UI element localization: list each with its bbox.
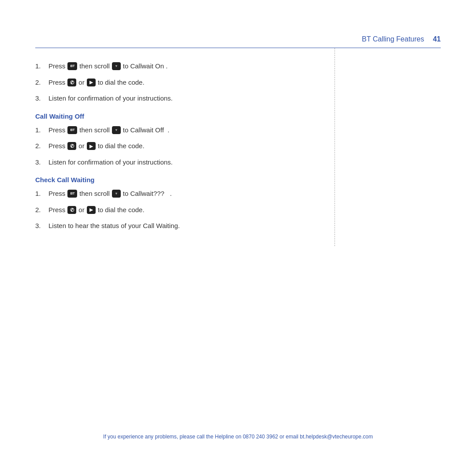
- dial-code-label: to dial the code.: [98, 78, 145, 88]
- or-label: or: [78, 78, 84, 88]
- press-label: Press: [48, 141, 65, 151]
- step-text: Press ✆ or ▶ to dial the code.: [48, 78, 145, 88]
- bt-button-icon: BT: [67, 190, 77, 198]
- then-scroll-label: then scroll: [79, 125, 109, 135]
- then-scroll-label: then scroll: [79, 189, 109, 199]
- to-callwait-check-label: to Callwait??? .: [123, 189, 172, 199]
- step-number: 3.: [35, 157, 48, 168]
- step-text: Press ✆ or ▶ to dial the code.: [48, 141, 145, 151]
- phone-icon: ✆: [67, 142, 76, 150]
- step-text: Press ✆ or ▶ to dial the code.: [48, 205, 145, 215]
- step-text: Listen for confirmation of your instruct…: [48, 94, 173, 104]
- footer: If you experience any problems, please c…: [0, 434, 476, 440]
- press-label: Press: [48, 61, 65, 71]
- bt-button-icon: BT: [67, 126, 77, 134]
- then-scroll-label: then scroll: [79, 61, 109, 71]
- phone-icon: ✆: [67, 206, 76, 214]
- step-number: 1.: [35, 61, 48, 71]
- main-content: 1. Press BT then scroll ▿ to Callwait On…: [35, 48, 335, 246]
- step-number: 2.: [35, 78, 48, 88]
- step-text: Listen for confirmation of your instruct…: [48, 157, 173, 168]
- step-1-1: 1. Press BT then scroll ▿ to Callwait On…: [35, 61, 317, 71]
- phone-icon: ✆: [67, 79, 76, 86]
- press-label: Press: [48, 189, 65, 199]
- step-number: 1.: [35, 189, 48, 199]
- step-number: 2.: [35, 141, 48, 151]
- section-callwait-off: Call Waiting Off 1. Press BT then scroll…: [35, 112, 317, 168]
- play-icon: ▶: [87, 79, 96, 86]
- bt-button-icon: BT: [67, 62, 77, 70]
- side-content: [335, 48, 441, 246]
- press-label: Press: [48, 78, 65, 88]
- step-number: 3.: [35, 94, 48, 104]
- section-check-callwait: Check Call Waiting 1. Press BT then scro…: [35, 176, 317, 231]
- scroll-icon: ▿: [112, 190, 121, 198]
- step-text: Press BT then scroll ▿ to Callwait??? .: [48, 189, 172, 199]
- step-2-1: 1. Press BT then scroll ▿ to Callwait Of…: [35, 125, 317, 135]
- press-label: Press: [48, 125, 65, 135]
- to-callwait-on-label: to Callwait On .: [123, 61, 168, 71]
- or-label: or: [78, 205, 84, 215]
- footer-text: If you experience any problems, please c…: [103, 434, 373, 440]
- step-text: Listen to hear the status of your Call W…: [48, 221, 180, 231]
- play-icon: ▶: [87, 142, 96, 150]
- step-1-2: 2. Press ✆ or ▶ to dial the code.: [35, 78, 317, 88]
- dial-code-label: to dial the code.: [98, 205, 145, 215]
- dial-code-label: to dial the code.: [98, 141, 145, 151]
- to-callwait-off-label: to Callwait Off .: [123, 125, 170, 135]
- step-3-1: 1. Press BT then scroll ▿ to Callwait???…: [35, 189, 317, 199]
- or-label: or: [78, 141, 84, 151]
- step-number: 3.: [35, 221, 48, 231]
- scroll-icon: ▿: [112, 62, 121, 70]
- page-container: BT Calling Features 41 1. Press BT then …: [0, 0, 476, 453]
- header-title: BT Calling Features: [362, 35, 424, 43]
- step-3-2: 2. Press ✆ or ▶ to dial the code.: [35, 205, 317, 215]
- step-text: Press BT then scroll ▿ to Callwait Off .: [48, 125, 169, 135]
- section-callwait-on: 1. Press BT then scroll ▿ to Callwait On…: [35, 61, 317, 104]
- step-text: Press BT then scroll ▿ to Callwait On .: [48, 61, 167, 71]
- scroll-icon: ▿: [112, 126, 121, 134]
- step-number: 2.: [35, 205, 48, 215]
- check-callwait-heading: Check Call Waiting: [35, 176, 317, 183]
- play-icon: ▶: [87, 206, 96, 214]
- header-area: BT Calling Features 41: [0, 0, 476, 48]
- press-label: Press: [48, 205, 65, 215]
- callwait-off-steps: 1. Press BT then scroll ▿ to Callwait Of…: [35, 125, 317, 168]
- page-number: 41: [433, 35, 441, 43]
- step-1-3: 3. Listen for confirmation of your instr…: [35, 94, 317, 104]
- step-2-3: 3. Listen for confirmation of your instr…: [35, 157, 317, 168]
- callwait-on-steps: 1. Press BT then scroll ▿ to Callwait On…: [35, 61, 317, 104]
- step-number: 1.: [35, 125, 48, 135]
- content-area: 1. Press BT then scroll ▿ to Callwait On…: [0, 48, 476, 246]
- check-callwait-steps: 1. Press BT then scroll ▿ to Callwait???…: [35, 189, 317, 231]
- callwait-off-heading: Call Waiting Off: [35, 112, 317, 120]
- step-2-2: 2. Press ✆ or ▶ to dial the code.: [35, 141, 317, 151]
- step-3-3: 3. Listen to hear the status of your Cal…: [35, 221, 317, 231]
